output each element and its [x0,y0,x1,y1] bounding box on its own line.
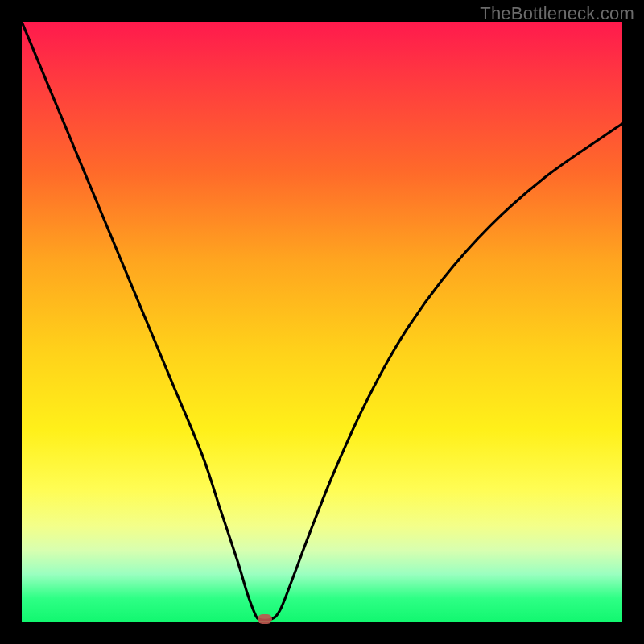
bottleneck-curve [22,22,622,620]
plot-area [22,22,622,622]
curve-svg [22,22,622,622]
optimal-marker [258,614,272,624]
chart-frame: TheBottleneck.com [0,0,644,644]
